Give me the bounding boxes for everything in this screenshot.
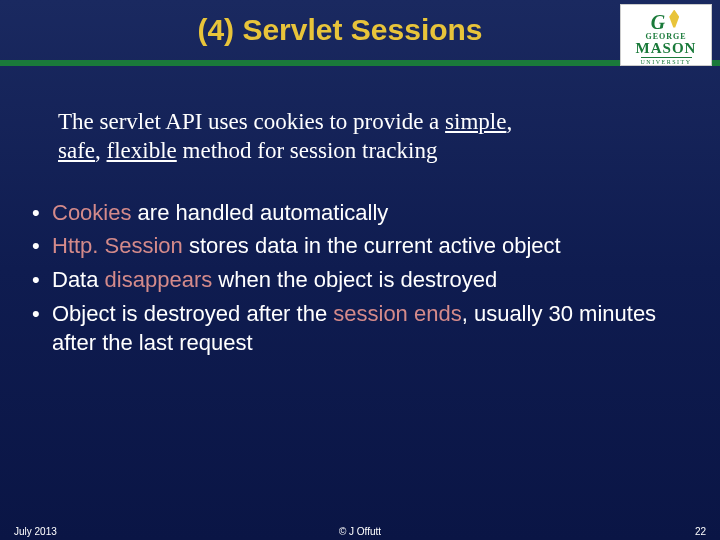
intro-underline-safe: safe bbox=[58, 138, 95, 163]
list-item: Object is destroyed after the session en… bbox=[28, 299, 660, 358]
header: (4) Servlet Sessions G GEORGE MASON UNIV… bbox=[0, 0, 720, 66]
logo-text-university: UNIVERSITY bbox=[641, 57, 692, 65]
logo-mark: G bbox=[651, 6, 681, 32]
bullet-text: stores data in the current active object bbox=[183, 233, 561, 258]
bullet-text: are handled automatically bbox=[131, 200, 388, 225]
logo-g-icon: G bbox=[651, 12, 665, 32]
bullet-text: Object is destroyed after the bbox=[52, 301, 333, 326]
footer-copyright: © J Offutt bbox=[339, 526, 381, 537]
footer-date: July 2013 bbox=[14, 526, 57, 537]
logo-text-mason: MASON bbox=[636, 41, 697, 56]
bullet-text: when the object is destroyed bbox=[212, 267, 497, 292]
intro-paragraph: The servlet API uses cookies to provide … bbox=[58, 108, 660, 166]
intro-text: , bbox=[95, 138, 107, 163]
intro-text: The servlet API uses cookies to provide … bbox=[58, 109, 445, 134]
gmu-logo: G GEORGE MASON UNIVERSITY bbox=[620, 4, 712, 66]
bullet-text: Data bbox=[52, 267, 105, 292]
footer-page-number: 22 bbox=[695, 526, 706, 537]
intro-underline-simple: simple bbox=[445, 109, 506, 134]
intro-underline-flexible: flexible bbox=[107, 138, 177, 163]
highlight-text: Cookies bbox=[52, 200, 131, 225]
slide-title: (4) Servlet Sessions bbox=[197, 13, 482, 47]
highlight-text: Http. Session bbox=[52, 233, 183, 258]
feather-icon bbox=[667, 10, 681, 32]
bullet-list: Cookies are handled automatically Http. … bbox=[28, 198, 660, 358]
highlight-text: disappears bbox=[105, 267, 213, 292]
list-item: Http. Session stores data in the current… bbox=[28, 231, 660, 261]
highlight-text: session ends bbox=[333, 301, 461, 326]
slide: (4) Servlet Sessions G GEORGE MASON UNIV… bbox=[0, 0, 720, 540]
list-item: Cookies are handled automatically bbox=[28, 198, 660, 228]
list-item: Data disappears when the object is destr… bbox=[28, 265, 660, 295]
intro-text: method for session tracking bbox=[177, 138, 438, 163]
intro-text: , bbox=[506, 109, 512, 134]
